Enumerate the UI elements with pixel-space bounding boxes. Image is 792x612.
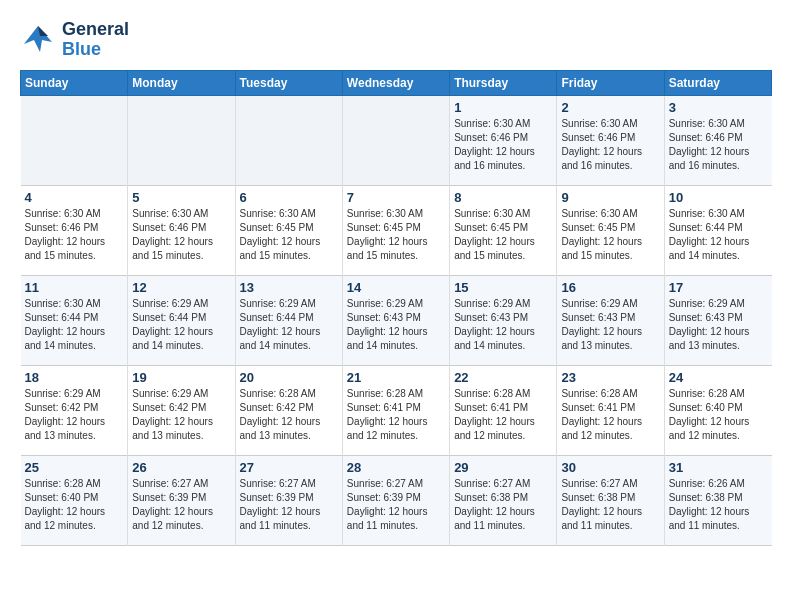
- weekday-header-wednesday: Wednesday: [342, 70, 449, 95]
- day-info: Sunrise: 6:29 AMSunset: 6:43 PMDaylight:…: [561, 297, 659, 353]
- calendar-cell: 19Sunrise: 6:29 AMSunset: 6:42 PMDayligh…: [128, 365, 235, 455]
- calendar-table: SundayMondayTuesdayWednesdayThursdayFrid…: [20, 70, 772, 546]
- calendar-cell: 10Sunrise: 6:30 AMSunset: 6:44 PMDayligh…: [664, 185, 771, 275]
- day-info: Sunrise: 6:30 AMSunset: 6:46 PMDaylight:…: [132, 207, 230, 263]
- day-info: Sunrise: 6:29 AMSunset: 6:42 PMDaylight:…: [25, 387, 124, 443]
- day-info: Sunrise: 6:27 AMSunset: 6:39 PMDaylight:…: [132, 477, 230, 533]
- day-number: 14: [347, 280, 445, 295]
- calendar-cell: 31Sunrise: 6:26 AMSunset: 6:38 PMDayligh…: [664, 455, 771, 545]
- logo: General Blue: [20, 20, 129, 60]
- page-header: General Blue: [20, 20, 772, 60]
- day-info: Sunrise: 6:30 AMSunset: 6:46 PMDaylight:…: [454, 117, 552, 173]
- day-number: 19: [132, 370, 230, 385]
- calendar-cell: 9Sunrise: 6:30 AMSunset: 6:45 PMDaylight…: [557, 185, 664, 275]
- calendar-cell: 30Sunrise: 6:27 AMSunset: 6:38 PMDayligh…: [557, 455, 664, 545]
- day-info: Sunrise: 6:29 AMSunset: 6:42 PMDaylight:…: [132, 387, 230, 443]
- logo-text: General Blue: [62, 20, 129, 60]
- calendar-cell: 21Sunrise: 6:28 AMSunset: 6:41 PMDayligh…: [342, 365, 449, 455]
- calendar-cell: 22Sunrise: 6:28 AMSunset: 6:41 PMDayligh…: [450, 365, 557, 455]
- weekday-header-thursday: Thursday: [450, 70, 557, 95]
- day-number: 12: [132, 280, 230, 295]
- day-number: 21: [347, 370, 445, 385]
- day-info: Sunrise: 6:26 AMSunset: 6:38 PMDaylight:…: [669, 477, 768, 533]
- day-number: 24: [669, 370, 768, 385]
- calendar-cell: 28Sunrise: 6:27 AMSunset: 6:39 PMDayligh…: [342, 455, 449, 545]
- day-info: Sunrise: 6:27 AMSunset: 6:39 PMDaylight:…: [347, 477, 445, 533]
- calendar-cell: 5Sunrise: 6:30 AMSunset: 6:46 PMDaylight…: [128, 185, 235, 275]
- calendar-cell: 6Sunrise: 6:30 AMSunset: 6:45 PMDaylight…: [235, 185, 342, 275]
- calendar-cell: 20Sunrise: 6:28 AMSunset: 6:42 PMDayligh…: [235, 365, 342, 455]
- day-number: 23: [561, 370, 659, 385]
- weekday-header-monday: Monday: [128, 70, 235, 95]
- calendar-cell: 18Sunrise: 6:29 AMSunset: 6:42 PMDayligh…: [21, 365, 128, 455]
- day-info: Sunrise: 6:29 AMSunset: 6:44 PMDaylight:…: [240, 297, 338, 353]
- calendar-cell: 25Sunrise: 6:28 AMSunset: 6:40 PMDayligh…: [21, 455, 128, 545]
- day-number: 9: [561, 190, 659, 205]
- day-number: 16: [561, 280, 659, 295]
- calendar-cell: 12Sunrise: 6:29 AMSunset: 6:44 PMDayligh…: [128, 275, 235, 365]
- day-info: Sunrise: 6:30 AMSunset: 6:45 PMDaylight:…: [454, 207, 552, 263]
- day-number: 20: [240, 370, 338, 385]
- calendar-cell: 17Sunrise: 6:29 AMSunset: 6:43 PMDayligh…: [664, 275, 771, 365]
- day-info: Sunrise: 6:27 AMSunset: 6:38 PMDaylight:…: [454, 477, 552, 533]
- day-number: 29: [454, 460, 552, 475]
- calendar-week-row: 18Sunrise: 6:29 AMSunset: 6:42 PMDayligh…: [21, 365, 772, 455]
- calendar-cell: 2Sunrise: 6:30 AMSunset: 6:46 PMDaylight…: [557, 95, 664, 185]
- calendar-cell: [342, 95, 449, 185]
- day-info: Sunrise: 6:29 AMSunset: 6:43 PMDaylight:…: [669, 297, 768, 353]
- day-info: Sunrise: 6:28 AMSunset: 6:42 PMDaylight:…: [240, 387, 338, 443]
- day-info: Sunrise: 6:28 AMSunset: 6:41 PMDaylight:…: [347, 387, 445, 443]
- day-info: Sunrise: 6:28 AMSunset: 6:40 PMDaylight:…: [25, 477, 124, 533]
- svg-marker-0: [24, 26, 52, 52]
- day-number: 27: [240, 460, 338, 475]
- day-info: Sunrise: 6:27 AMSunset: 6:38 PMDaylight:…: [561, 477, 659, 533]
- calendar-cell: [21, 95, 128, 185]
- calendar-cell: 29Sunrise: 6:27 AMSunset: 6:38 PMDayligh…: [450, 455, 557, 545]
- day-number: 3: [669, 100, 768, 115]
- day-info: Sunrise: 6:30 AMSunset: 6:46 PMDaylight:…: [561, 117, 659, 173]
- day-number: 15: [454, 280, 552, 295]
- day-info: Sunrise: 6:30 AMSunset: 6:46 PMDaylight:…: [25, 207, 124, 263]
- calendar-cell: 24Sunrise: 6:28 AMSunset: 6:40 PMDayligh…: [664, 365, 771, 455]
- day-number: 17: [669, 280, 768, 295]
- day-info: Sunrise: 6:30 AMSunset: 6:44 PMDaylight:…: [25, 297, 124, 353]
- day-number: 18: [25, 370, 124, 385]
- calendar-cell: 1Sunrise: 6:30 AMSunset: 6:46 PMDaylight…: [450, 95, 557, 185]
- day-number: 10: [669, 190, 768, 205]
- calendar-cell: 27Sunrise: 6:27 AMSunset: 6:39 PMDayligh…: [235, 455, 342, 545]
- day-number: 1: [454, 100, 552, 115]
- calendar-week-row: 1Sunrise: 6:30 AMSunset: 6:46 PMDaylight…: [21, 95, 772, 185]
- calendar-cell: 7Sunrise: 6:30 AMSunset: 6:45 PMDaylight…: [342, 185, 449, 275]
- weekday-header-friday: Friday: [557, 70, 664, 95]
- weekday-header-tuesday: Tuesday: [235, 70, 342, 95]
- day-number: 25: [25, 460, 124, 475]
- day-number: 6: [240, 190, 338, 205]
- day-info: Sunrise: 6:30 AMSunset: 6:45 PMDaylight:…: [561, 207, 659, 263]
- day-number: 13: [240, 280, 338, 295]
- calendar-cell: 26Sunrise: 6:27 AMSunset: 6:39 PMDayligh…: [128, 455, 235, 545]
- day-info: Sunrise: 6:27 AMSunset: 6:39 PMDaylight:…: [240, 477, 338, 533]
- weekday-header-saturday: Saturday: [664, 70, 771, 95]
- calendar-week-row: 11Sunrise: 6:30 AMSunset: 6:44 PMDayligh…: [21, 275, 772, 365]
- day-info: Sunrise: 6:30 AMSunset: 6:44 PMDaylight:…: [669, 207, 768, 263]
- calendar-cell: 23Sunrise: 6:28 AMSunset: 6:41 PMDayligh…: [557, 365, 664, 455]
- day-number: 5: [132, 190, 230, 205]
- day-number: 30: [561, 460, 659, 475]
- calendar-cell: 3Sunrise: 6:30 AMSunset: 6:46 PMDaylight…: [664, 95, 771, 185]
- calendar-cell: [235, 95, 342, 185]
- day-info: Sunrise: 6:28 AMSunset: 6:41 PMDaylight:…: [561, 387, 659, 443]
- day-info: Sunrise: 6:30 AMSunset: 6:46 PMDaylight:…: [669, 117, 768, 173]
- calendar-cell: 13Sunrise: 6:29 AMSunset: 6:44 PMDayligh…: [235, 275, 342, 365]
- day-number: 31: [669, 460, 768, 475]
- calendar-cell: 15Sunrise: 6:29 AMSunset: 6:43 PMDayligh…: [450, 275, 557, 365]
- calendar-cell: 14Sunrise: 6:29 AMSunset: 6:43 PMDayligh…: [342, 275, 449, 365]
- calendar-cell: 11Sunrise: 6:30 AMSunset: 6:44 PMDayligh…: [21, 275, 128, 365]
- day-info: Sunrise: 6:28 AMSunset: 6:41 PMDaylight:…: [454, 387, 552, 443]
- weekday-header-row: SundayMondayTuesdayWednesdayThursdayFrid…: [21, 70, 772, 95]
- day-number: 22: [454, 370, 552, 385]
- calendar-cell: 16Sunrise: 6:29 AMSunset: 6:43 PMDayligh…: [557, 275, 664, 365]
- logo-icon: [20, 22, 56, 58]
- calendar-cell: 4Sunrise: 6:30 AMSunset: 6:46 PMDaylight…: [21, 185, 128, 275]
- calendar-week-row: 4Sunrise: 6:30 AMSunset: 6:46 PMDaylight…: [21, 185, 772, 275]
- calendar-week-row: 25Sunrise: 6:28 AMSunset: 6:40 PMDayligh…: [21, 455, 772, 545]
